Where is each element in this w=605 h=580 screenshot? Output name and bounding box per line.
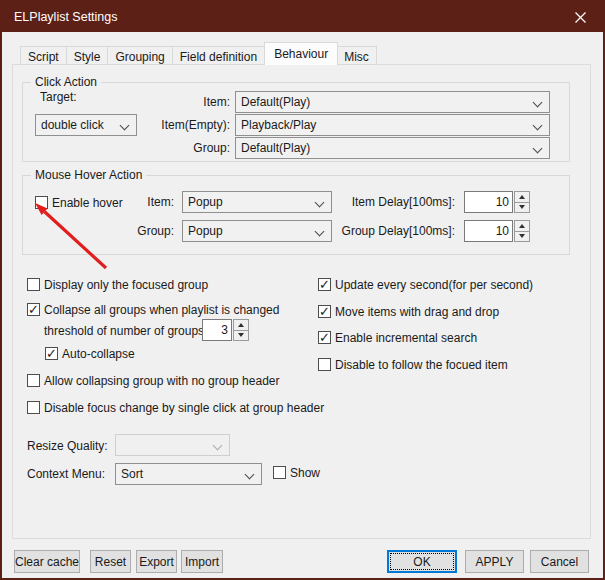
checkbox-icon bbox=[318, 331, 331, 344]
display-only-focused-group-checkbox[interactable]: Display only the focused group bbox=[27, 278, 208, 292]
reset-button[interactable]: Reset bbox=[90, 550, 131, 573]
tab-field-definition[interactable]: Field definition bbox=[173, 46, 265, 65]
context-menu-label: Context Menu: bbox=[27, 467, 105, 481]
resize-quality-combobox[interactable] bbox=[115, 434, 230, 456]
hover-group-combobox[interactable]: Popup bbox=[182, 220, 332, 242]
clear-cache-button[interactable]: Clear cache bbox=[14, 550, 80, 573]
title-bar: ELPlaylist Settings bbox=[2, 2, 603, 32]
enable-incremental-search-checkbox[interactable]: Enable incremental search bbox=[318, 331, 477, 345]
spinner-down-icon bbox=[519, 205, 525, 209]
import-button[interactable]: Import bbox=[181, 550, 223, 573]
chevron-down-icon bbox=[245, 470, 255, 480]
auto-collapse-checkbox[interactable]: Auto-collapse bbox=[45, 347, 135, 361]
apply-button[interactable]: APPLY bbox=[465, 550, 524, 573]
window-title: ELPlaylist Settings bbox=[2, 10, 118, 24]
checkbox-icon bbox=[45, 347, 58, 360]
group-label: Group: bbox=[122, 141, 230, 155]
chevron-down-icon bbox=[533, 121, 543, 131]
move-items-drag-drop-checkbox[interactable]: Move items with drag and drop bbox=[318, 305, 499, 319]
mouse-hover-legend: Mouse Hover Action bbox=[31, 168, 146, 182]
group-delay-label: Group Delay[100ms]: bbox=[322, 224, 455, 238]
checkbox-icon bbox=[27, 374, 40, 387]
group-action-combobox[interactable]: Default(Play) bbox=[235, 137, 550, 159]
chevron-down-icon bbox=[213, 441, 223, 451]
item-action-combobox[interactable]: Default(Play) bbox=[235, 91, 550, 113]
checkbox-icon bbox=[273, 466, 286, 479]
export-button[interactable]: Export bbox=[136, 550, 177, 573]
spinner-down-icon bbox=[519, 234, 525, 238]
cancel-button[interactable]: Cancel bbox=[530, 550, 589, 573]
hover-item-combobox[interactable]: Popup bbox=[182, 191, 332, 213]
group-delay-spinner[interactable]: 10 bbox=[464, 220, 530, 242]
tab-misc[interactable]: Misc bbox=[337, 46, 377, 65]
threshold-label: threshold of number of groups bbox=[44, 324, 204, 338]
click-action-legend: Click Action bbox=[31, 75, 101, 89]
tab-grouping[interactable]: Grouping bbox=[108, 46, 172, 65]
spinner-down-icon bbox=[238, 333, 244, 337]
allow-collapsing-no-header-checkbox[interactable]: Allow collapsing group with no group hea… bbox=[27, 374, 279, 388]
chevron-down-icon bbox=[533, 98, 543, 108]
tab-style[interactable]: Style bbox=[67, 46, 109, 65]
target-label: Target: bbox=[40, 90, 77, 104]
spinner-down-button[interactable] bbox=[514, 231, 530, 243]
item-delay-label: Item Delay[100ms]: bbox=[322, 195, 455, 209]
item-empty-label: Item(Empty): bbox=[122, 118, 230, 132]
item-label: Item: bbox=[122, 95, 230, 109]
tab-script[interactable]: Script bbox=[20, 46, 67, 65]
ok-button[interactable]: OK bbox=[387, 550, 457, 573]
enable-hover-checkbox[interactable]: Enable hover bbox=[35, 196, 123, 210]
tab-behaviour[interactable]: Behaviour bbox=[264, 42, 338, 65]
checkbox-icon bbox=[27, 303, 40, 316]
spinner-down-button[interactable] bbox=[233, 330, 249, 342]
collapse-all-groups-checkbox[interactable]: Collapse all groups when playlist is cha… bbox=[27, 303, 279, 317]
tab-strip: Script Style Grouping Field definition B… bbox=[20, 42, 377, 65]
item-empty-action-combobox[interactable]: Playback/Play bbox=[235, 114, 550, 136]
chevron-down-icon bbox=[533, 144, 543, 154]
checkbox-icon bbox=[318, 305, 331, 318]
hover-item-label: Item: bbox=[122, 195, 174, 209]
checkbox-icon bbox=[318, 278, 331, 291]
disable-focus-change-checkbox[interactable]: Disable focus change by single click at … bbox=[27, 401, 324, 415]
spinner-up-icon bbox=[519, 195, 525, 199]
hover-group-label: Group: bbox=[122, 224, 174, 238]
close-icon bbox=[575, 12, 586, 23]
checkbox-icon bbox=[27, 278, 40, 291]
disable-follow-focused-item-checkbox[interactable]: Disable to follow the focued item bbox=[318, 358, 508, 372]
item-delay-spinner[interactable]: 10 bbox=[464, 191, 530, 213]
show-checkbox[interactable]: Show bbox=[273, 466, 320, 480]
close-button[interactable] bbox=[558, 2, 603, 32]
checkbox-icon bbox=[318, 358, 331, 371]
spinner-up-icon bbox=[238, 323, 244, 327]
update-every-second-checkbox[interactable]: Update every second(for per second) bbox=[318, 278, 533, 292]
elplaylist-settings-dialog: ELPlaylist Settings Script Style Groupin… bbox=[0, 0, 605, 580]
context-menu-combobox[interactable]: Sort bbox=[115, 463, 262, 485]
spinner-down-button[interactable] bbox=[514, 202, 530, 214]
resize-quality-label: Resize Quality: bbox=[27, 439, 108, 453]
threshold-spinner[interactable]: 3 bbox=[202, 319, 249, 341]
spinner-up-icon bbox=[519, 224, 525, 228]
checkbox-icon bbox=[35, 196, 48, 209]
mouse-hover-group: Mouse Hover Action bbox=[22, 175, 570, 255]
checkbox-icon bbox=[27, 401, 40, 414]
